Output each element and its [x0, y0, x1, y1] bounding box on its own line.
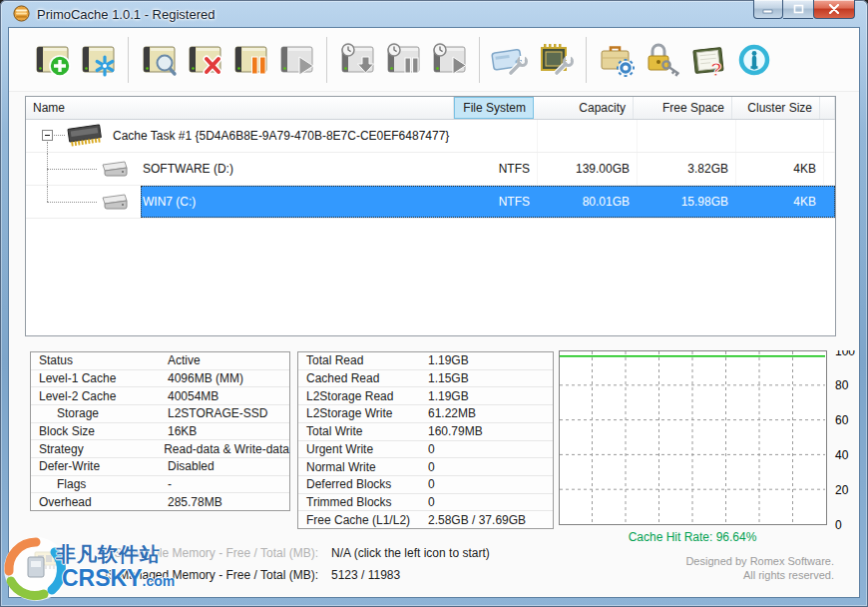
panel-row: Cached Read1.15GB	[298, 369, 553, 387]
memory-status-value: N/A (click the left icon to start)	[331, 546, 490, 560]
pause-deferred-write-button	[380, 35, 426, 85]
minimize-button[interactable]	[753, 0, 783, 19]
disk-volume-icon	[98, 192, 130, 212]
panel-row-label: Flags	[31, 477, 168, 491]
chart-caption: Cache Hit Rate: 96.64%	[559, 530, 826, 544]
delete-cache-task-button[interactable]	[182, 35, 227, 85]
panel-row-label: Deferred Blocks	[298, 477, 428, 491]
panel-row-value: 160.79MB	[428, 424, 483, 438]
watermark-site-name: 非凡软件站	[56, 541, 161, 568]
column-header-file-system[interactable]: File System	[454, 97, 534, 119]
panel-row: StatusActive	[31, 352, 289, 369]
box-clock-pause-icon	[381, 38, 425, 82]
panel-row: Total Read1.19GB	[298, 352, 553, 369]
case-gear-icon	[595, 38, 639, 82]
svg-text:?: ?	[710, 59, 722, 80]
panel-row: Deferred Blocks0	[298, 475, 553, 493]
tree-gutter	[26, 120, 111, 152]
pause-cache-task-button[interactable]	[227, 35, 273, 85]
panel-row-value: Disabled	[168, 459, 215, 473]
row-content[interactable]: SOFTWARE (D:)NTFS139.00GB3.82GB4KB	[141, 153, 835, 185]
row-free-space	[638, 120, 736, 152]
panel-row: L2Storage Write61.22MB	[298, 404, 553, 422]
panel-row: Urgent Write0	[298, 440, 553, 458]
row-capacity: 139.00GB	[538, 153, 638, 185]
row-file-system: NTFS	[458, 186, 538, 218]
license-button[interactable]	[640, 35, 685, 85]
about-button[interactable]	[731, 35, 777, 85]
column-header-capacity[interactable]: Capacity	[534, 97, 634, 119]
quick-cache-task-button[interactable]	[75, 35, 121, 85]
row-cluster-size	[736, 120, 824, 152]
row-selection[interactable]: WIN7 (C:)NTFS80.01GB15.98GB4KB	[141, 186, 835, 218]
svg-text:100: 100	[835, 350, 855, 358]
panel-row-value: 2.58GB / 37.69GB	[428, 513, 526, 527]
tree-gutter	[26, 153, 141, 185]
toolbar-separator	[128, 37, 129, 83]
cache-task-row[interactable]: Cache Task #1 {5D4A6B8E-9A79-470B-8E7C-C…	[26, 120, 835, 153]
panel-row-value: 1.15GB	[428, 371, 469, 385]
view-cache-task-button[interactable]	[136, 35, 182, 85]
row-content[interactable]: Cache Task #1 {5D4A6B8E-9A79-470B-8E7C-C…	[111, 120, 835, 152]
toolbar-separator	[586, 37, 587, 83]
window-controls	[753, 0, 855, 19]
column-header-free-space[interactable]: Free Space	[634, 97, 732, 119]
panel-row: Normal Write0	[298, 457, 553, 475]
svg-text:0: 0	[835, 518, 842, 532]
panel-row-label: Free Cache (L1/L2)	[298, 513, 428, 527]
options-button[interactable]	[594, 35, 640, 85]
disk-volume-icon	[98, 159, 130, 179]
svg-text:40: 40	[835, 448, 849, 462]
app-window: PrimoCache 1.0.1 - Registered	[0, 0, 868, 607]
list-body: Cache Task #1 {5D4A6B8E-9A79-470B-8E7C-C…	[26, 120, 835, 219]
client-area: ? NameFile SystemCapacityFree SpaceClust…	[9, 28, 859, 597]
panel-row-label: Storage	[31, 406, 168, 420]
maximize-button[interactable]	[783, 0, 813, 19]
column-header-filler	[820, 97, 835, 119]
panel-row-label: Total Read	[298, 353, 428, 367]
panel-row-label: Defer-Write	[31, 459, 168, 473]
panel-row-value: 0	[428, 477, 435, 491]
panel-row-value: 0	[428, 460, 435, 474]
memory-tool-button[interactable]	[533, 35, 579, 85]
storage-wrench-icon	[488, 38, 532, 82]
book-question-icon: ?	[686, 38, 730, 82]
column-header-cluster-size[interactable]: Cluster Size	[732, 97, 820, 119]
row-cluster-size: 4KB	[736, 186, 824, 218]
close-icon	[828, 4, 840, 14]
help-button[interactable]: ?	[685, 35, 731, 85]
panel-row-label: L2Storage Write	[298, 406, 428, 420]
column-header-name[interactable]: Name	[26, 97, 454, 119]
row-capacity: 80.01GB	[538, 186, 638, 218]
window-title: PrimoCache 1.0.1 - Registered	[37, 7, 215, 22]
volume-row[interactable]: WIN7 (C:)NTFS80.01GB15.98GB4KB	[26, 186, 835, 219]
panel-row-value: 1.19GB	[428, 353, 469, 367]
panel-row-value: 285.78MB	[168, 495, 222, 509]
toolbar-separator	[479, 37, 480, 83]
l2storage-tool-button[interactable]	[487, 35, 533, 85]
panel-row-label: Trimmed Blocks	[298, 495, 428, 509]
panel-row-label: Block Size	[31, 424, 168, 438]
close-button[interactable]	[813, 0, 855, 19]
row-free-space: 3.82GB	[638, 153, 736, 185]
panel-row-value: 16KB	[168, 424, 197, 438]
row-filler	[824, 186, 835, 218]
tree-collapse-toggle[interactable]	[42, 130, 53, 141]
add-cache-task-button[interactable]	[29, 35, 75, 85]
panel-row: StorageL2STORAGE-SSD	[31, 404, 289, 422]
panel-row-label: Level-1 Cache	[31, 371, 168, 385]
ram-chip-icon	[66, 123, 104, 149]
box-delete-icon	[183, 38, 226, 82]
panel-row-value: -	[168, 477, 172, 491]
panel-row: Free Cache (L1/L2)2.58GB / 37.69GB	[298, 510, 553, 528]
credit-line-2: All rights reserved.	[685, 568, 834, 582]
app-icon	[13, 5, 30, 22]
row-file-system	[458, 120, 538, 152]
svg-text:20: 20	[835, 483, 849, 497]
box-clock-down-icon	[335, 38, 379, 82]
tree-gutter	[26, 186, 141, 218]
volume-row[interactable]: SOFTWARE (D:)NTFS139.00GB3.82GB4KB	[26, 153, 835, 186]
titlebar[interactable]: PrimoCache 1.0.1 - Registered	[0, 0, 868, 28]
toolbar-separator	[326, 37, 327, 83]
list-header: NameFile SystemCapacityFree SpaceCluster…	[26, 97, 835, 120]
